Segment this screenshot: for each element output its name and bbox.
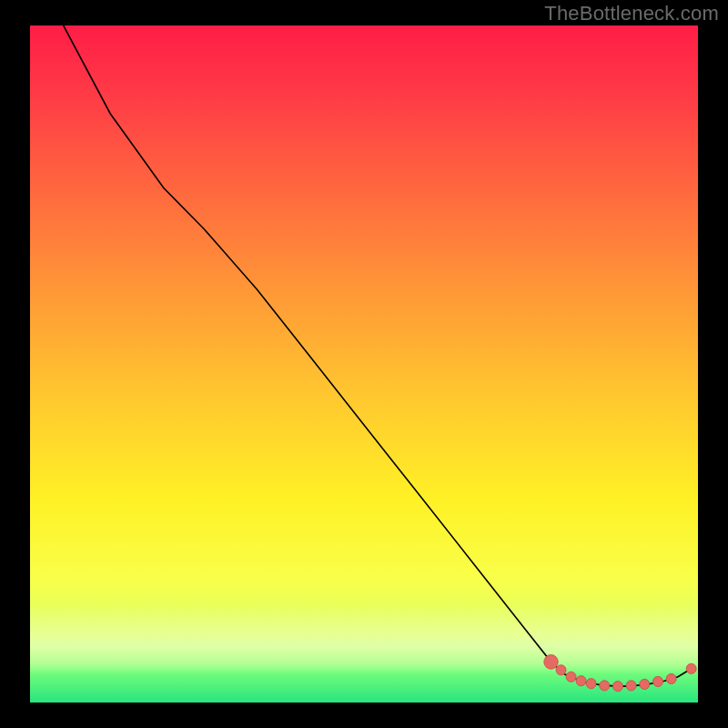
data-point xyxy=(686,663,696,673)
data-point xyxy=(626,681,636,691)
data-point xyxy=(586,679,596,689)
data-point xyxy=(666,673,676,683)
data-point xyxy=(556,665,566,675)
chart-container: TheBottleneck.com xyxy=(0,0,728,728)
curve-path xyxy=(64,25,692,686)
data-point xyxy=(652,676,662,686)
data-point xyxy=(600,681,610,691)
data-point xyxy=(612,682,622,692)
bottleneck-curve xyxy=(64,25,692,686)
data-point xyxy=(640,679,650,689)
overlay-layer xyxy=(30,25,698,703)
data-point xyxy=(566,672,576,682)
watermark-text: TheBottleneck.com xyxy=(544,2,719,25)
data-markers xyxy=(544,655,696,692)
data-point xyxy=(576,676,586,686)
plot-area xyxy=(30,25,698,703)
data-point xyxy=(544,655,558,670)
